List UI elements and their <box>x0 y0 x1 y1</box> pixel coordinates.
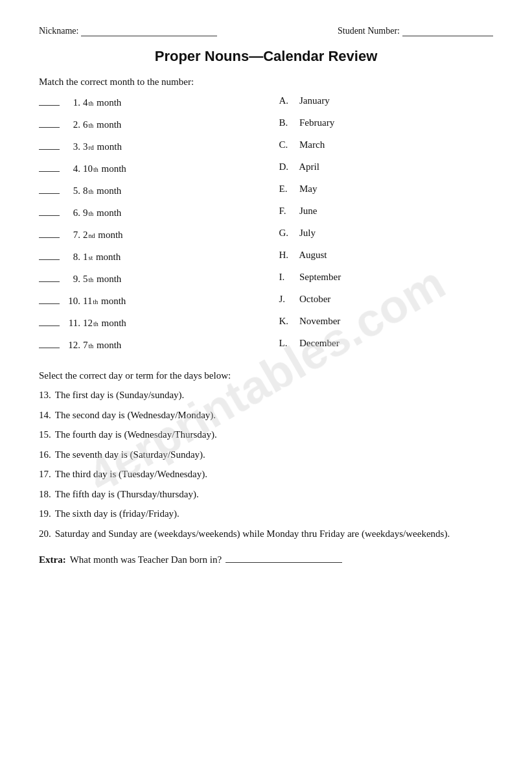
month-name: November <box>295 316 341 327</box>
answer-blank <box>39 294 60 304</box>
question-number: 20. <box>39 528 51 539</box>
nickname-label: Nickname: <box>39 26 78 36</box>
item-text: 5th month <box>83 274 121 285</box>
month-name: June <box>295 206 318 217</box>
answer-blank <box>39 117 60 128</box>
question-item: 14.The second day is (Wednesday/Monday). <box>39 408 493 423</box>
nickname-underline <box>81 26 217 36</box>
month-name: March <box>295 139 325 150</box>
month-name: October <box>295 294 331 305</box>
item-number: 9. <box>62 274 80 285</box>
letter-label: C. <box>279 139 295 150</box>
ordinal: th <box>89 210 94 217</box>
item-text: 9th month <box>83 207 121 219</box>
question-item: 15.The fourth day is (Wednesday/Thursday… <box>39 427 493 442</box>
month-name: May <box>295 184 318 195</box>
item-number: 3. <box>62 141 80 152</box>
item-number: 5. <box>62 185 80 196</box>
question-text: The fifth day is (Thursday/thursday). <box>55 489 199 499</box>
item-text: 3rd month <box>83 141 122 152</box>
right-item: L. December <box>266 338 494 359</box>
ordinal: th <box>89 188 94 195</box>
item-text: 11th month <box>83 296 126 307</box>
month-name: September <box>295 272 341 283</box>
month-name: January <box>295 95 330 106</box>
letter-label: A. <box>279 95 295 106</box>
question-item: 18.The fifth day is (Thursday/thursday). <box>39 487 493 502</box>
letter-label: H. <box>279 250 295 261</box>
item-number: 12. <box>62 340 80 351</box>
left-item: 11. 12th month <box>39 316 266 337</box>
right-column: A. January B. February C. March D. April… <box>266 95 494 359</box>
right-item: F. June <box>266 206 494 226</box>
page-title: Proper Nouns—Calendar Review <box>39 48 493 65</box>
question-item: 16.The seventh day is (Saturday/Sunday). <box>39 447 493 462</box>
ordinal: th <box>89 276 94 283</box>
student-number-field: Student Number: <box>338 26 493 36</box>
left-item: 5. 8th month <box>39 184 266 204</box>
item-number: 10. <box>62 296 80 307</box>
right-item: I. September <box>266 272 494 292</box>
question-text: The seventh day is (Saturday/Sunday). <box>55 449 205 460</box>
question-text: The third day is (Tuesday/Wednesday). <box>55 469 207 479</box>
left-item: 10. 11th month <box>39 294 266 314</box>
item-number: 7. <box>62 230 80 241</box>
match-section: 1. 4th month 2. 6th month 3. 3rd month 4… <box>39 95 493 359</box>
question-text: The sixth day is (friday/Friday). <box>55 508 179 519</box>
select-instructions: Select the correct day or term for the d… <box>39 370 493 381</box>
item-text: 12th month <box>83 318 126 329</box>
left-item: 7. 2nd month <box>39 228 266 248</box>
right-item: K. November <box>266 316 494 337</box>
left-item: 2. 6th month <box>39 117 266 138</box>
question-number: 15. <box>39 429 51 440</box>
extra-label: Extra: <box>39 554 66 565</box>
month-name: July <box>295 228 316 239</box>
item-number: 1. <box>62 97 80 108</box>
month-name: December <box>295 338 340 349</box>
answer-blank <box>39 272 60 282</box>
question-item: 13.The first day is (Sunday/sunday). <box>39 388 493 403</box>
answer-blank <box>39 161 60 172</box>
item-text: 4th month <box>83 97 121 108</box>
ordinal: th <box>89 122 94 129</box>
answer-blank <box>39 338 60 348</box>
answer-blank <box>39 95 60 106</box>
ordinal: th <box>93 166 98 173</box>
extra-section: Extra: What month was Teacher Dan born i… <box>39 552 493 565</box>
left-item: 8. 1st month <box>39 250 266 270</box>
ordinal: th <box>89 100 94 107</box>
right-item: C. March <box>266 139 494 160</box>
question-item: 20.Saturday and Sunday are (weekdays/wee… <box>39 527 493 541</box>
right-item: E. May <box>266 184 494 204</box>
right-item: A. January <box>266 95 494 116</box>
ordinal: th <box>89 342 94 349</box>
question-number: 19. <box>39 508 51 519</box>
letter-label: L. <box>279 338 295 349</box>
letter-label: I. <box>279 272 295 283</box>
answer-blank <box>39 228 60 238</box>
answer-blank <box>39 206 60 216</box>
ordinal: th <box>93 298 98 305</box>
item-text: 10th month <box>83 163 126 174</box>
answer-blank <box>39 250 60 260</box>
select-questions: 13.The first day is (Sunday/sunday).14.T… <box>39 388 493 541</box>
month-name: February <box>295 117 335 128</box>
question-item: 19.The sixth day is (friday/Friday). <box>39 506 493 521</box>
letter-label: F. <box>279 206 295 217</box>
item-number: 8. <box>62 252 80 263</box>
right-item: J. October <box>266 294 494 314</box>
item-text: 2nd month <box>83 230 123 241</box>
item-number: 6. <box>62 207 80 219</box>
ordinal: st <box>89 254 93 261</box>
letter-label: G. <box>279 228 295 239</box>
left-item: 4. 10th month <box>39 161 266 182</box>
right-item: H. August <box>266 250 494 270</box>
right-item: B. February <box>266 117 494 138</box>
student-number-label: Student Number: <box>338 26 400 36</box>
answer-blank <box>39 184 60 194</box>
question-text: The second day is (Wednesday/Monday). <box>55 410 216 420</box>
question-number: 17. <box>39 469 51 479</box>
header-row: Nickname: Student Number: <box>39 26 493 36</box>
right-item: D. April <box>266 161 494 182</box>
letter-label: D. <box>279 161 295 172</box>
